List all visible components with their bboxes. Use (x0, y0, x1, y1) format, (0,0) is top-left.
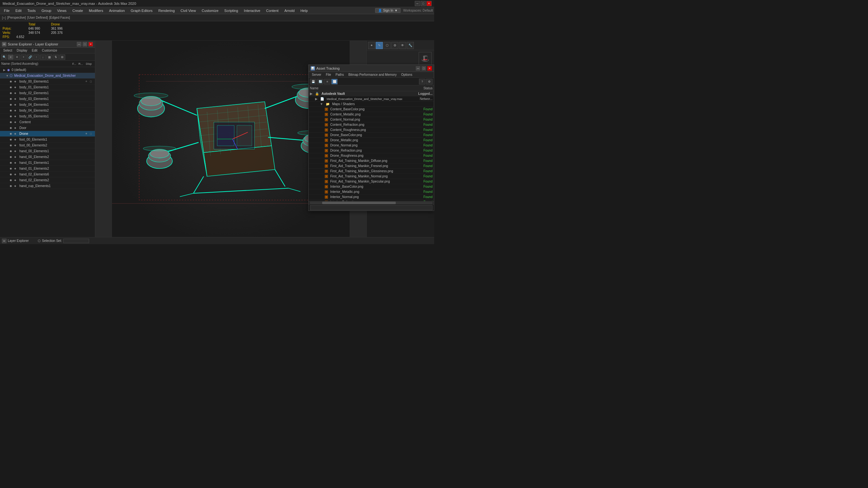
scene-explorer-minimize[interactable]: ─ (77, 42, 81, 46)
menu-file[interactable]: File (1, 8, 12, 13)
se-menu-select[interactable]: Select (1, 48, 14, 53)
list-item[interactable]: ◉ ◈ hand_02_Elements2 (0, 177, 95, 183)
at-menu-options[interactable]: Options (399, 72, 414, 77)
menu-interactive[interactable]: Interactive (242, 8, 263, 13)
signin-button[interactable]: 👤 Sign In ▼ (375, 8, 401, 13)
hierarchy-panel-btn[interactable]: ⬡ (383, 42, 391, 49)
create-panel-btn[interactable]: ✦ (368, 42, 375, 49)
at-menu-bitmap[interactable]: Bitmap Performance and Memory (346, 72, 399, 77)
list-item[interactable]: ◉ ◈ body_05_Elements1 (0, 113, 95, 119)
at-save-btn[interactable]: 💾 (310, 79, 316, 85)
maximize-button[interactable]: □ (421, 1, 426, 6)
at-item-texture[interactable]: T Content_Metallic.png Found (309, 112, 434, 117)
selection-set-input[interactable] (63, 239, 89, 243)
at-item-texture[interactable]: T Interior_Normal.png Found (309, 194, 434, 200)
at-grid-btn[interactable]: ⬜ (331, 79, 338, 85)
se-btn-layers[interactable]: ≡ (8, 55, 13, 60)
close-button[interactable]: ✕ (426, 1, 432, 6)
at-item-texture[interactable]: T First_Aid_Training_Manikin_Fresnel.png… (309, 164, 434, 169)
list-item[interactable]: ◉ ◈ foot_00_Elements1 (0, 137, 95, 142)
at-item-texture[interactable]: T Interior_BaseColor.png Found (309, 184, 434, 189)
list-item[interactable]: ◉ ◈ hand_00_Elements2 (0, 154, 95, 160)
menu-views[interactable]: Views (55, 8, 69, 13)
se-btn-search[interactable]: 🔍 (1, 55, 7, 60)
list-item[interactable]: ◉ ◈ body_03_Elements1 (0, 96, 95, 102)
menu-scripting[interactable]: Scripting (222, 8, 241, 13)
at-help-btn[interactable]: ? (419, 79, 426, 85)
se-menu-edit[interactable]: Edit (30, 48, 39, 53)
menu-civil-view[interactable]: Civil View (178, 8, 198, 13)
motion-panel-btn[interactable]: ⚙ (391, 42, 398, 49)
menu-arnold[interactable]: Arnold (282, 8, 297, 13)
at-item-texture[interactable]: T First_Aid_Training_Manikin_Normal.png … (309, 174, 434, 179)
at-scrollthumb[interactable] (322, 202, 396, 204)
at-menu-paths[interactable]: Paths (334, 72, 346, 77)
list-item[interactable]: ◉ ◈ hand_00_Elements1 (0, 149, 95, 154)
at-item-texture[interactable]: T First_Aid_Training_Manikin_Diffuse.png… (309, 158, 434, 164)
se-btn-expand[interactable]: ⊞ (59, 55, 65, 60)
at-item-maps-folder[interactable]: ▼ 📁 Maps / Shaders (309, 102, 434, 107)
tree-item-medical-group[interactable]: ▼ ⬡ Medical_Evacuation_Drone_and_Stretch… (0, 73, 95, 79)
list-item[interactable]: ◉ ◈ hand_01_Elements1 (0, 160, 95, 166)
se-btn-x[interactable]: ✕ (14, 55, 20, 60)
list-item[interactable]: ◉ ◈ hand_01_Elements2 (0, 166, 95, 171)
at-item-texture[interactable]: T Content_Normal.png Found (309, 117, 434, 122)
se-btn-sort[interactable]: ⇅ (53, 55, 59, 60)
at-item-texture[interactable]: T Drone_Metallic.png Found (309, 138, 434, 143)
tree-item-default-layer[interactable]: ▶ ◉ 0 (default) (0, 67, 95, 73)
scene-explorer-maximize[interactable]: □ (83, 42, 87, 46)
list-item[interactable]: ◉ ◈ hand_02_Elements6 (0, 171, 95, 177)
minimize-button[interactable]: ─ (415, 1, 420, 6)
se-btn-plus[interactable]: + (21, 55, 27, 60)
at-item-texture[interactable]: T Content_Refraction.png Found (309, 122, 434, 127)
list-item[interactable]: ◉ ◈ body_04_Elements2 (0, 108, 95, 113)
modify-panel-btn[interactable]: ✎ (376, 42, 383, 49)
se-menu-display[interactable]: Display (15, 48, 29, 53)
at-item-texture[interactable]: T Interior_Refraction.png Found (309, 200, 434, 201)
at-item-texture[interactable]: T First_Aid_Training_Manikin_Glossiness.… (309, 169, 434, 174)
at-item-texture[interactable]: T Interior_Metallic.png Found (309, 189, 434, 194)
menu-graph-editors[interactable]: Graph Editors (128, 8, 155, 13)
menu-customize[interactable]: Customize (199, 8, 221, 13)
at-refresh-btn[interactable]: 🔄 (317, 79, 323, 85)
list-item[interactable]: ◉ ◈ hand_cup_Elements1 (0, 183, 95, 189)
at-item-texture[interactable]: T Drone_Roughness.png Found (309, 153, 434, 158)
at-item-texture[interactable]: T Content_Roughness.png Found (309, 127, 434, 133)
menu-edit[interactable]: Edit (13, 8, 24, 13)
menu-rendering[interactable]: Rendering (156, 8, 178, 13)
at-list-btn[interactable]: ≡ (324, 79, 331, 85)
menu-tools[interactable]: Tools (25, 8, 38, 13)
at-path-input[interactable] (310, 205, 433, 210)
at-item-mainfile[interactable]: ▶ 📄 Medical_Evacuation_Drone_and_Stretch… (309, 96, 434, 102)
menu-group[interactable]: Group (39, 8, 54, 13)
at-item-texture[interactable]: T Drone_Refraction.png Found (309, 148, 434, 153)
se-btn-up[interactable]: ↑ (34, 55, 39, 60)
list-item[interactable]: ◉ ◈ body_01_Elements1 (0, 85, 95, 90)
se-btn-down[interactable]: ↓ (40, 55, 46, 60)
at-item-texture[interactable]: T Drone_BaseColor.png Found (309, 133, 434, 138)
scene-explorer-close[interactable]: ✕ (88, 42, 93, 46)
menu-modifiers[interactable]: Modifiers (86, 8, 106, 13)
se-btn-link[interactable]: 🔗 (27, 55, 33, 60)
at-item-texture[interactable]: T Content_BaseColor.png Found (309, 107, 434, 112)
at-item-texture[interactable]: T Drone_Normal.png Found (309, 143, 434, 148)
list-item[interactable]: ◉ ◈ Door (0, 125, 95, 131)
menu-animation[interactable]: Animation (106, 8, 127, 13)
at-menu-server[interactable]: Server (310, 72, 323, 77)
menu-content[interactable]: Content (264, 8, 281, 13)
list-item[interactable]: ◉ ◈ Content (0, 119, 95, 125)
at-menu-file[interactable]: File (324, 72, 333, 77)
at-settings-btn[interactable]: ⚙ (426, 79, 433, 85)
at-item-texture[interactable]: T First_Aid_Training_Manikin_Specular.pn… (309, 179, 434, 184)
layer-explorer-tab[interactable]: 🗂 Layer Explorer (2, 239, 29, 243)
display-panel-btn[interactable]: 👁 (399, 42, 406, 49)
utilities-panel-btn[interactable]: 🔧 (407, 42, 414, 49)
list-item[interactable]: ◉ ◈ body_02_Elements1 (0, 90, 95, 96)
at-scrollbar[interactable] (309, 201, 434, 204)
menu-help[interactable]: Help (298, 8, 311, 13)
list-item[interactable]: ◉ ◈ body_00_Elements1 ✳ ◻ (0, 79, 95, 85)
at-minimize-btn[interactable]: ─ (416, 66, 420, 71)
at-close-btn[interactable]: ✕ (427, 66, 432, 71)
list-item[interactable]: ◉ ◈ body_04_Elements1 (0, 102, 95, 108)
at-maximize-btn[interactable]: □ (422, 66, 426, 71)
